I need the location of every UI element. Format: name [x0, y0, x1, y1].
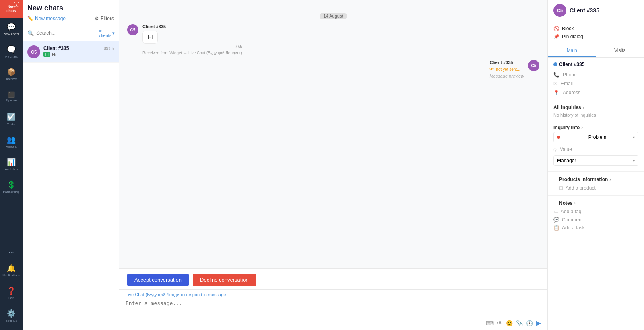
- manager-dropdown[interactable]: Manager ▾: [553, 155, 638, 166]
- my-chats-icon: 🗨️: [7, 45, 16, 54]
- avatar: C5: [528, 60, 539, 71]
- chat-item-preview: HI Hi: [43, 52, 114, 57]
- channel-badge: HI: [43, 52, 50, 57]
- address-icon: 📍: [553, 90, 559, 95]
- message-preview: Message preview: [489, 72, 524, 80]
- sidebar-item-analytics[interactable]: 📊 Analytics: [0, 153, 23, 175]
- products-header[interactable]: Products information ›: [553, 173, 638, 184]
- chat-list: C5 Client #335 09:55 HI Hi: [23, 41, 119, 330]
- edit-icon: ✏️: [27, 16, 33, 21]
- problem-dot: [557, 134, 562, 140]
- sidebar-item-my-chats[interactable]: 🗨️ My chats: [0, 40, 23, 63]
- add-task-link[interactable]: 📋 Add a task: [553, 224, 638, 232]
- avatar: C5: [553, 4, 566, 17]
- chat-input-box: [119, 298, 547, 318]
- panel-actions: ✏️ New message ⚙ Filters: [27, 16, 114, 21]
- sidebar: Newchats 1 💬 New chats 🗨️ My chats 📦 Arc…: [0, 0, 23, 330]
- keyboard-icon[interactable]: ⌨: [486, 320, 494, 326]
- email-icon: ✉: [553, 81, 557, 87]
- archive-icon: 📦: [7, 68, 16, 76]
- problem-dropdown[interactable]: Problem ▾: [553, 132, 638, 142]
- chevron-down-icon: ▾: [112, 31, 115, 36]
- analytics-icon: 📊: [7, 158, 16, 167]
- message-time: 9:55: [142, 45, 242, 49]
- phone-icon: 📞: [553, 72, 559, 78]
- chat-channel-label[interactable]: Live Chat (Будущий Лендинг) respond in m…: [119, 290, 547, 298]
- chat-list-panel: New chats ✏️ New message ⚙ Filters 🔍 in …: [23, 0, 119, 330]
- panel-header: New chats ✏️ New message ⚙ Filters: [23, 0, 119, 25]
- search-input[interactable]: [36, 30, 97, 36]
- comment-link[interactable]: 💬 Comment: [553, 216, 638, 224]
- conversation-actions: Accept conversation Decline conversation: [119, 268, 547, 289]
- send-icon[interactable]: ▶: [536, 319, 541, 327]
- products-section: Products information › ⊞ Add a product: [548, 172, 644, 196]
- message-input[interactable]: [126, 300, 541, 312]
- pipeline-icon: ⬛: [8, 91, 15, 98]
- notifications-icon: 🔔: [7, 264, 16, 273]
- all-inquiries-header[interactable]: All inquiries ›: [548, 101, 644, 112]
- right-panel-actions: 🚫 Block 📌 Pin dialog: [548, 21, 644, 44]
- clock-icon[interactable]: 🕐: [526, 320, 533, 326]
- notes-header[interactable]: Notes ›: [553, 197, 638, 208]
- accept-conversation-button[interactable]: Accept conversation: [127, 274, 189, 286]
- inquiry-info-title[interactable]: Inquiry info ›: [553, 122, 638, 132]
- sidebar-item-notifications[interactable]: 🔔 Notifications: [0, 259, 23, 282]
- chat-toolbar: ⌨ 👁 😊 📎 🕐 ▶: [119, 318, 547, 330]
- sidebar-item-visitors[interactable]: 👥 Visitors: [0, 130, 23, 153]
- logo[interactable]: Newchats 1: [0, 0, 23, 18]
- add-tag-icon: 🏷: [553, 209, 558, 214]
- message-group-incoming: C5 Client #335 Hi 9:55 Received from Wid…: [127, 24, 539, 55]
- tab-main[interactable]: Main: [548, 44, 596, 57]
- client-name: Client #335: [570, 7, 599, 14]
- help-icon: ❓: [7, 287, 16, 295]
- manager-dropdown-chevron: ▾: [633, 159, 635, 163]
- block-action[interactable]: 🚫 Block: [553, 25, 638, 33]
- sidebar-item-settings[interactable]: ⚙️ Settings: [0, 304, 23, 327]
- attachment-icon[interactable]: 📎: [516, 320, 523, 326]
- filter-icon: ⚙: [95, 16, 99, 21]
- add-tag-link[interactable]: 🏷 Add a tag: [553, 208, 638, 216]
- sidebar-item-new-chats[interactable]: 💬 New chats: [0, 18, 23, 40]
- decline-conversation-button[interactable]: Decline conversation: [193, 274, 256, 286]
- date-divider: 14 August: [127, 13, 539, 19]
- eye-icon[interactable]: 👁: [497, 320, 503, 326]
- sidebar-item-archive[interactable]: 📦 Archive: [0, 63, 23, 85]
- chevron-right-icon: ›: [583, 105, 584, 110]
- inquiry-info-section: Inquiry info › Problem ▾ ◎ Value Manager…: [548, 121, 644, 172]
- sidebar-item-tasks[interactable]: ☑️ Tasks: [0, 108, 23, 130]
- search-scope[interactable]: in clients ▾: [99, 28, 115, 38]
- client-section-title: Client #335: [553, 62, 638, 67]
- chat-input-area: Live Chat (Будущий Лендинг) respond in m…: [119, 289, 547, 330]
- notification-badge: 1: [14, 2, 19, 7]
- message-source: Received from Widget → Live Chat (Будущи…: [142, 51, 242, 55]
- chevron-right-icon2: ›: [581, 125, 583, 130]
- tab-visits[interactable]: Visits: [596, 44, 644, 57]
- pin-dialog-action[interactable]: 📌 Pin dialog: [553, 33, 638, 41]
- right-panel: C5 Client #335 🚫 Block 📌 Pin dialog Main…: [547, 0, 644, 330]
- notes-section: Notes › 🏷 Add a tag 💬 Comment 📋 Add a ta…: [548, 196, 644, 235]
- sidebar-item-help[interactable]: ❓ Help: [0, 282, 23, 304]
- search-bar: 🔍 in clients ▾: [23, 25, 119, 41]
- sidebar-item-partnership[interactable]: 💲 Partnership: [0, 175, 23, 198]
- chat-list-item[interactable]: C5 Client #335 09:55 HI Hi: [23, 41, 119, 63]
- panel-title: New chats: [27, 4, 114, 12]
- message-sender: Client #335: [142, 24, 242, 29]
- email-field: ✉ Email: [553, 79, 638, 88]
- add-task-icon: 📋: [553, 225, 559, 231]
- message-content-outgoing: Client #335 👁 not yet sent... Message pr…: [489, 60, 524, 80]
- status-indicator: [553, 62, 557, 66]
- message-sender-outgoing: Client #335: [489, 60, 524, 65]
- visitors-icon: 👥: [7, 135, 16, 144]
- all-inquiries-section: All inquiries › No history of inquiries: [548, 101, 644, 121]
- add-product-link[interactable]: ⊞ Add a product: [553, 184, 638, 192]
- sidebar-item-pipeline[interactable]: ⬛ Pipeline: [0, 85, 23, 108]
- chat-item-time: 09:55: [104, 46, 114, 51]
- filters-button[interactable]: ⚙ Filters: [95, 16, 114, 21]
- new-message-button[interactable]: ✏️ New message: [27, 16, 66, 21]
- emoji-icon[interactable]: 😊: [506, 320, 513, 326]
- message-status: 👁 not yet sent...: [489, 66, 524, 72]
- comment-icon: 💬: [553, 217, 559, 223]
- value-icon: ◎: [553, 146, 557, 152]
- block-icon: 🚫: [553, 26, 559, 31]
- client-info-section: Client #335 📞 Phone ✉ Email 📍 Address: [548, 58, 644, 101]
